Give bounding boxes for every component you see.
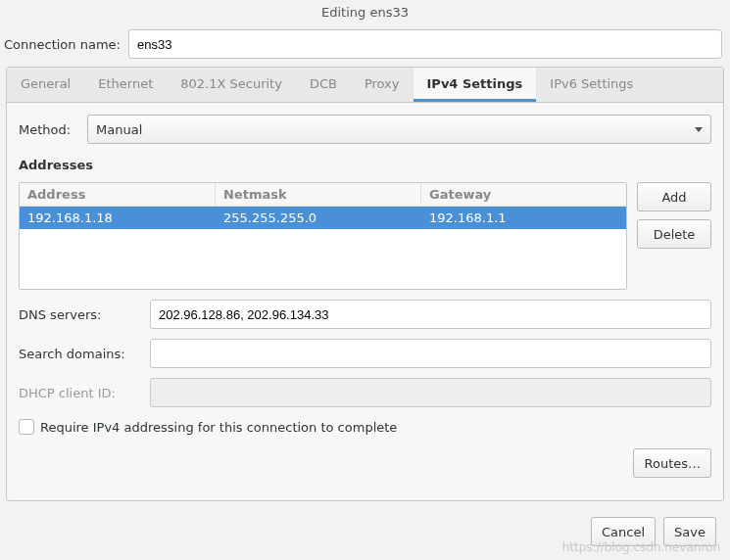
- method-row: Method: Manual: [19, 115, 711, 144]
- tab-general[interactable]: General: [7, 68, 84, 102]
- addresses-area: Address Netmask Gateway 192.168.1.18 255…: [19, 182, 711, 290]
- method-combo[interactable]: Manual: [87, 115, 711, 144]
- header-gateway[interactable]: Gateway: [421, 183, 626, 206]
- search-domains-row: Search domains:: [19, 339, 711, 368]
- header-address[interactable]: Address: [20, 183, 216, 206]
- addresses-section-label: Addresses: [19, 158, 711, 172]
- routes-button[interactable]: Routes…: [633, 448, 711, 478]
- require-ipv4-checkbox[interactable]: [19, 419, 34, 435]
- tab-dcb[interactable]: DCB: [296, 68, 351, 102]
- tab-ethernet[interactable]: Ethernet: [84, 68, 167, 102]
- add-button[interactable]: Add: [637, 182, 711, 211]
- tab-proxy[interactable]: Proxy: [351, 68, 414, 102]
- table-row[interactable]: 192.168.1.18 255.255.255.0 192.168.1.1: [20, 207, 626, 229]
- addresses-table[interactable]: Address Netmask Gateway 192.168.1.18 255…: [19, 182, 627, 290]
- connection-name-input[interactable]: [128, 29, 722, 59]
- tab-ipv6[interactable]: IPv6 Settings: [536, 68, 647, 102]
- dns-label: DNS servers:: [19, 307, 142, 322]
- ipv4-settings-panel: Method: Manual Addresses Address Netmask…: [7, 103, 723, 500]
- addresses-header-row: Address Netmask Gateway: [20, 183, 626, 207]
- cell-gateway: 192.168.1.1: [421, 207, 626, 229]
- dns-input[interactable]: [150, 300, 711, 329]
- require-ipv4-row: Require IPv4 addressing for this connect…: [19, 419, 711, 435]
- routes-row: Routes…: [19, 448, 711, 478]
- notebook: General Ethernet 802.1X Security DCB Pro…: [6, 67, 724, 501]
- require-ipv4-label: Require IPv4 addressing for this connect…: [40, 420, 397, 435]
- connection-name-row: Connection name:: [0, 25, 730, 67]
- dhcp-client-id-input: [150, 378, 711, 407]
- addresses-buttons: Add Delete: [637, 182, 711, 290]
- dhcp-client-id-label: DHCP client ID:: [19, 386, 142, 400]
- dhcp-client-id-row: DHCP client ID:: [19, 378, 711, 407]
- cell-netmask: 255.255.255.0: [216, 207, 421, 229]
- tab-bar: General Ethernet 802.1X Security DCB Pro…: [7, 68, 723, 103]
- cell-address: 192.168.1.18: [20, 207, 216, 229]
- search-domains-label: Search domains:: [19, 347, 142, 361]
- header-netmask[interactable]: Netmask: [216, 183, 421, 206]
- method-value: Manual: [96, 122, 142, 137]
- search-domains-input[interactable]: [150, 339, 711, 368]
- tab-8021x[interactable]: 802.1X Security: [167, 68, 296, 102]
- save-button[interactable]: Save: [663, 517, 716, 546]
- method-label: Method:: [19, 122, 75, 137]
- window: Editing ens33 Connection name: General E…: [0, 0, 730, 560]
- dialog-footer: Cancel Save: [0, 507, 730, 560]
- cancel-button[interactable]: Cancel: [591, 517, 656, 546]
- dns-row: DNS servers:: [19, 300, 711, 329]
- connection-name-label: Connection name:: [4, 37, 121, 52]
- chevron-down-icon: [695, 127, 703, 132]
- tab-ipv4[interactable]: IPv4 Settings: [414, 68, 537, 102]
- window-title: Editing ens33: [0, 0, 730, 25]
- delete-button[interactable]: Delete: [637, 219, 711, 249]
